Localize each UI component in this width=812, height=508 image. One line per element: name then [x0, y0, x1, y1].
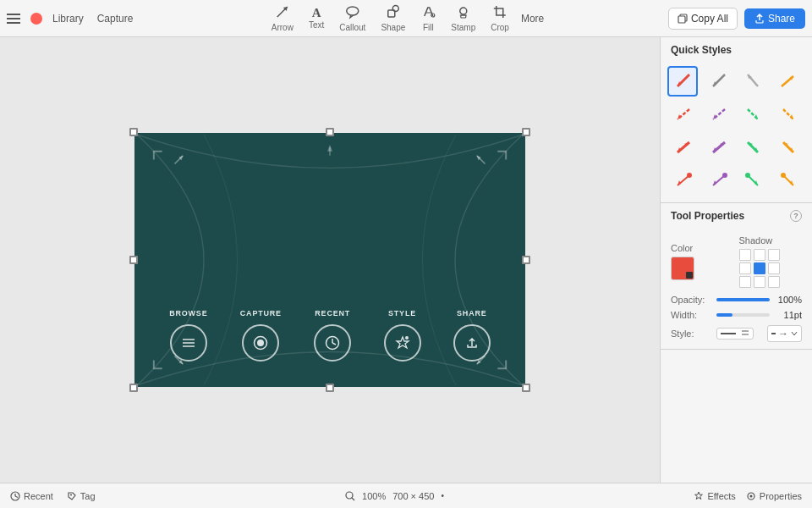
handle-bl[interactable] [129, 384, 138, 392]
tag-bottom-item[interactable]: Tag [67, 491, 96, 501]
shadow-cell-4[interactable] [739, 262, 751, 274]
style-item-6[interactable] [703, 99, 733, 130]
style-circle[interactable] [384, 324, 421, 362]
hamburger-icon[interactable] [7, 11, 20, 26]
quick-styles-title: Quick Styles [671, 44, 732, 56]
shape-tool[interactable]: Shape [374, 3, 412, 34]
copy-all-button[interactable]: Copy All [668, 8, 738, 30]
shadow-cell-5[interactable] [754, 262, 765, 274]
recent-bottom-item[interactable]: Recent [10, 491, 53, 501]
recent-circle[interactable] [314, 324, 351, 362]
handle-mr[interactable] [522, 256, 530, 264]
svg-point-2 [347, 7, 359, 15]
shadow-cell-3[interactable] [768, 249, 780, 261]
dimensions-value: 700 × 450 [392, 491, 434, 501]
svg-point-68 [346, 492, 353, 499]
width-label: Width: [671, 310, 711, 320]
color-swatch[interactable] [671, 257, 694, 280]
shadow-cell-9[interactable] [768, 276, 780, 288]
svg-rect-9 [678, 16, 685, 23]
handle-tc[interactable] [326, 128, 334, 136]
close-button[interactable] [30, 13, 42, 25]
style-item-11[interactable] [738, 132, 768, 163]
share-button[interactable]: Share [744, 8, 805, 29]
style-item-4[interactable] [773, 66, 804, 97]
width-slider[interactable] [716, 313, 770, 317]
capture-canvas[interactable]: BROWSE CAPTURE [134, 133, 525, 387]
quick-styles-grid [661, 63, 812, 202]
toolbar-tools: Arrow A Text Callout Shape Fill [265, 3, 547, 34]
arrow-end-indicator: → [778, 328, 788, 340]
chevron-icon [741, 330, 749, 337]
handle-br[interactable] [522, 384, 530, 392]
effects-label: Effects [707, 491, 735, 501]
right-panel: Quick Styles [660, 37, 812, 483]
style-item-13[interactable] [667, 165, 698, 196]
line-start-indicator [721, 333, 736, 334]
effects-item[interactable]: Effects [694, 491, 735, 501]
style-item-8[interactable] [773, 99, 804, 130]
share-circle[interactable] [453, 324, 491, 362]
style-icon [393, 334, 412, 352]
svg-point-4 [392, 6, 398, 12]
style-item-3[interactable] [738, 66, 768, 97]
tool-properties-title: Tool Properties [671, 210, 744, 222]
svg-point-71 [749, 494, 752, 497]
style-item-9[interactable] [667, 132, 698, 163]
svg-marker-10 [178, 156, 183, 161]
library-nav[interactable]: Library [52, 13, 84, 25]
clock-bottom-icon [10, 491, 20, 501]
crop-tool[interactable]: Crop [484, 3, 516, 34]
opacity-slider[interactable] [716, 298, 770, 301]
capture-icon-item: CAPTURE [240, 309, 282, 362]
style-item-15[interactable] [738, 165, 768, 196]
text-tool[interactable]: A Text [302, 5, 331, 31]
handle-ml[interactable] [129, 256, 138, 264]
more-label[interactable]: More [518, 11, 547, 26]
color-prop-label: Color [671, 243, 734, 253]
stamp-tool-label: Stamp [451, 23, 475, 32]
properties-label: Properties [760, 491, 802, 501]
color-shadow-row: Color Shadow [671, 235, 802, 288]
style-item-7[interactable] [738, 99, 768, 130]
browse-circle[interactable] [170, 324, 207, 362]
style-select-right[interactable]: → [767, 325, 802, 342]
style-item-12[interactable] [773, 132, 804, 163]
bottom-bar: Recent Tag 100% 700 × 450 • Effects [0, 483, 812, 508]
capture-nav[interactable]: Capture [97, 13, 134, 25]
svg-point-67 [70, 494, 72, 495]
shadow-cell-7[interactable] [739, 276, 751, 288]
capture-circle[interactable] [242, 324, 279, 362]
arrow-tool[interactable]: Arrow [265, 3, 300, 34]
icons-row: BROWSE CAPTURE [136, 309, 524, 362]
svg-point-18 [257, 340, 264, 346]
properties-item[interactable]: Properties [746, 491, 802, 501]
tool-properties-section: Tool Properties ? Color Shadow [661, 203, 812, 350]
chevron-icon-2 [791, 330, 798, 337]
style-item-5[interactable] [667, 99, 698, 130]
shadow-cell-1[interactable] [739, 249, 751, 261]
fill-tool[interactable]: Fill [414, 3, 442, 34]
svg-marker-11 [477, 156, 481, 161]
style-select-left[interactable] [716, 328, 754, 340]
shadow-cell-6[interactable] [768, 262, 780, 274]
style-item-1[interactable] [667, 66, 698, 97]
handle-bc[interactable] [326, 384, 334, 392]
handle-tr[interactable] [522, 128, 530, 136]
quick-styles-header: Quick Styles [661, 37, 812, 63]
callout-tool[interactable]: Callout [332, 3, 372, 34]
handle-tl[interactable] [129, 128, 138, 136]
toolbar-left: Library Capture [7, 11, 146, 26]
stamp-tool[interactable]: Stamp [444, 3, 482, 34]
shadow-cell-8[interactable] [754, 276, 765, 288]
opacity-row: Opacity: 100% [671, 295, 802, 305]
style-item-10[interactable] [703, 132, 733, 163]
style-item-14[interactable] [703, 165, 733, 196]
style-item-2[interactable] [703, 66, 733, 97]
style-label: STYLE [388, 309, 416, 318]
shape-tool-icon [386, 4, 401, 22]
style-item-16[interactable] [773, 165, 804, 196]
style-icon-item: STYLE [384, 309, 421, 362]
help-button[interactable]: ? [790, 210, 802, 222]
shadow-cell-2[interactable] [754, 249, 765, 261]
